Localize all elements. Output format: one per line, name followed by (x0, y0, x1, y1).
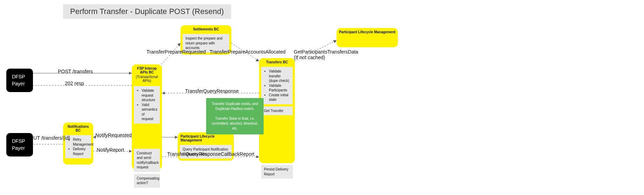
page-title: Perform Transfer - Duplicate POST (Resen… (63, 4, 231, 19)
actor-label: DFSP Payer (12, 74, 25, 86)
bc-cell: Validate request structure Valid semanti… (134, 86, 160, 124)
edge-tqr-callback-report: TransferQueryResponseCallbackReport (167, 151, 254, 157)
edge-notify-requested: NotifyRequested (95, 132, 132, 138)
edge-get-participants: GetParticipantsTransfersData (If not cac… (294, 49, 358, 60)
note-duplicate-state: Transfer Duplicate exists, and Duplicate… (206, 98, 264, 134)
edge-post-transfers: POST /transfers (58, 69, 93, 74)
bc-cell: Construct and send notify/callback reque… (134, 149, 160, 172)
bc-title: Participant Lifecycle Management (337, 28, 398, 35)
bc-notifications: Notifications BC Retry Management Delive… (63, 123, 93, 165)
bc-title: Transfers BC (259, 58, 295, 65)
list-item: Validate request structure (142, 88, 157, 103)
svg-marker-5 (162, 92, 165, 95)
svg-marker-10 (256, 155, 259, 158)
bc-transfers: Transfers BC Validate transfer (dupe che… (259, 58, 295, 163)
edge-put-transfers: PUT /transfers/{id} (30, 135, 70, 141)
svg-marker-2 (177, 43, 181, 47)
bc-subtitle: (Transactional APIs) (132, 75, 162, 84)
actor-label: DFSP Payer (12, 138, 25, 151)
list-item: Valid semantics of request (142, 103, 157, 121)
svg-marker-0 (129, 72, 132, 75)
edge-transfer-prepare-accounts-allocated: TransferPrepareAccountsAllocated (210, 49, 286, 55)
list-item: Create initial state (269, 93, 290, 102)
edge-transfer-prepare-requested: TransferPrepareRequested (147, 49, 206, 55)
actor-dfsp-payer-top: DFSP Payer (6, 69, 33, 92)
svg-marker-3 (256, 58, 259, 61)
connector-layer (0, 0, 644, 195)
bc-cell: Validate transfer (dupe check) Validate … (261, 67, 293, 104)
bc-title: FSP Interop APIs BC (132, 64, 162, 75)
svg-marker-4 (333, 40, 337, 43)
edge-notify-report: NotifyReport (97, 147, 124, 153)
list-item: Retry Management (73, 137, 88, 147)
actor-dfsp-payer-bottom: DFSP Payer (6, 133, 33, 156)
edge-202-resp: 202 resp (65, 81, 84, 86)
bc-cell: Get Transfer (261, 106, 293, 116)
list-item: Validate Participants (269, 83, 290, 93)
list-item: Validate transfer (dupe check) (269, 69, 290, 83)
bc-fsp-interop: FSP Interop APIs BC (Transactional APIs)… (132, 64, 162, 169)
list-item: Delivery Report (73, 147, 88, 156)
svg-marker-6 (175, 136, 178, 139)
bc-title: Notifications BC (63, 123, 93, 133)
bc-cell: Persist Delivery Report (261, 165, 293, 179)
svg-marker-8 (129, 150, 132, 153)
bc-participant-lm-top: Participant Lifecycle Management (337, 28, 398, 47)
edge-transfer-query-response: TransferQueryResponse (185, 88, 239, 94)
diagram-canvas: Perform Transfer - Duplicate POST (Resen… (0, 0, 644, 195)
bc-title: Settlements BC (181, 25, 231, 32)
bc-cell: Compensating action? (134, 174, 160, 188)
